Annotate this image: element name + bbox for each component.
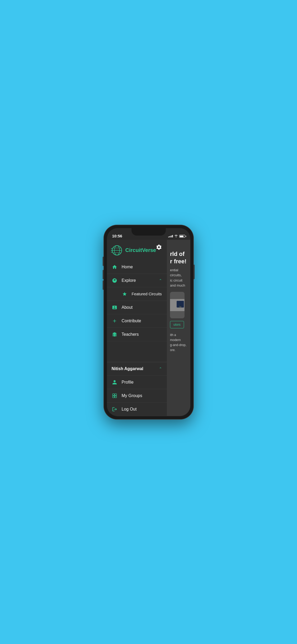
- svg-rect-11: [112, 336, 116, 336]
- signal-icon: [168, 235, 173, 237]
- my-groups-label: My Groups: [122, 393, 162, 398]
- sidebar-item-about[interactable]: About: [107, 301, 167, 314]
- contributors-button[interactable]: utors: [170, 321, 184, 328]
- sidebar-item-my-groups[interactable]: My Groups: [107, 389, 167, 403]
- logo-text: CircuitVerse: [125, 247, 156, 253]
- user-header[interactable]: Nitish Aggarwal ⌃: [107, 362, 167, 376]
- building-icon: [112, 332, 117, 337]
- content-area: CircuitVerse Home: [107, 240, 190, 416]
- user-name: Nitish Aggarwal: [112, 366, 157, 371]
- contribute-label: Contribute: [122, 319, 162, 323]
- home-label: Home: [122, 265, 162, 269]
- main-desc: ith a moderng-and-drop,ore.: [170, 333, 187, 353]
- gear-icon: [156, 244, 162, 250]
- svg-point-19: [179, 306, 181, 307]
- groups-icon: [112, 393, 117, 399]
- phone-screen: 10:56: [107, 228, 190, 416]
- sidebar-item-explore[interactable]: Explore ⌃: [107, 274, 167, 287]
- main-content-inner: rld of r free! ential circuits,ic circui…: [167, 240, 190, 356]
- hero-text: rld of r free!: [170, 250, 187, 265]
- featured-label: Featured Circuits: [132, 292, 162, 296]
- contributors-label: utors: [173, 323, 181, 326]
- sidebar-item-teachers[interactable]: Teachers: [107, 328, 167, 341]
- sidebar-item-home[interactable]: Home: [107, 260, 167, 274]
- plus-icon: [112, 318, 117, 324]
- sidebar: CircuitVerse Home: [107, 240, 167, 416]
- explore-label: Explore: [122, 278, 155, 283]
- profile-label: Profile: [122, 380, 162, 385]
- about-label: About: [122, 305, 162, 310]
- main-content: rld of r free! ential circuits,ic circui…: [167, 240, 190, 416]
- person-icon: [112, 379, 117, 385]
- status-time: 10:56: [112, 234, 122, 238]
- sidebar-item-profile[interactable]: Profile: [107, 376, 167, 389]
- explore-chevron-icon: ⌃: [159, 278, 162, 283]
- teachers-label: Teachers: [122, 332, 162, 337]
- hero-sub-text: ential circuits,ic circuitand much: [170, 268, 187, 288]
- svg-rect-12: [112, 334, 116, 334]
- notch: [131, 228, 166, 236]
- battery-icon: [179, 235, 185, 238]
- svg-rect-14: [115, 394, 116, 395]
- user-section: Nitish Aggarwal ⌃ Profile: [107, 362, 167, 416]
- wifi-icon: [174, 234, 178, 238]
- compass-icon: [112, 278, 117, 283]
- user-chevron-icon: ⌃: [159, 367, 162, 371]
- nav-section: Home Explore ⌃: [107, 260, 167, 362]
- status-icons: [168, 234, 185, 238]
- settings-button[interactable]: [154, 242, 164, 252]
- svg-point-9: [111, 248, 112, 249]
- sidebar-item-contribute[interactable]: Contribute: [107, 314, 167, 328]
- logout-label: Log Out: [122, 407, 162, 412]
- circuit-card: [170, 292, 185, 318]
- phone-frame: 10:56: [104, 225, 194, 419]
- svg-point-10: [111, 252, 112, 252]
- svg-rect-13: [112, 394, 114, 395]
- hero-line-2: r free!: [170, 258, 187, 265]
- star-icon: [122, 291, 128, 297]
- sidebar-item-logout[interactable]: Log Out: [107, 403, 167, 416]
- hero-line-1: rld of: [170, 250, 187, 258]
- sidebar-item-featured[interactable]: Featured Circuits: [107, 287, 167, 301]
- home-icon: [112, 264, 117, 270]
- svg-point-8: [111, 250, 112, 251]
- id-card-icon: [112, 305, 117, 310]
- logout-icon: [112, 406, 117, 412]
- svg-rect-15: [112, 396, 114, 398]
- logo-icon: [111, 245, 123, 256]
- svg-rect-16: [115, 396, 116, 398]
